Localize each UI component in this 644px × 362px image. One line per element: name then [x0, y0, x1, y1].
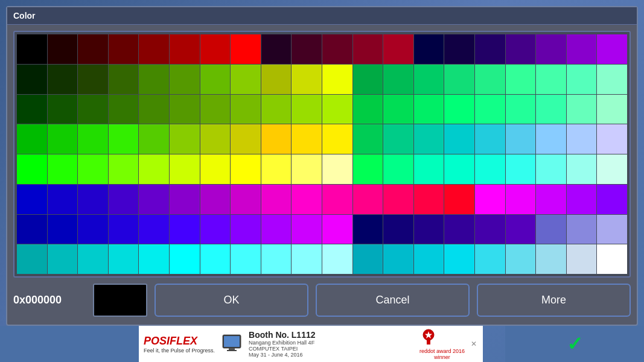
- color-cell[interactable]: [322, 244, 352, 274]
- color-cell[interactable]: [261, 65, 292, 94]
- color-cell[interactable]: [78, 154, 108, 184]
- color-cell[interactable]: [48, 154, 78, 184]
- color-cell[interactable]: [536, 124, 566, 154]
- color-cell[interactable]: [414, 95, 444, 124]
- color-cell[interactable]: [383, 215, 413, 244]
- color-cell[interactable]: [536, 65, 566, 94]
- color-cell[interactable]: [414, 215, 444, 244]
- color-cell[interactable]: [597, 185, 627, 214]
- color-cell[interactable]: [48, 95, 78, 124]
- color-cell[interactable]: [78, 185, 108, 214]
- color-cell[interactable]: [139, 65, 169, 94]
- color-cell[interactable]: [292, 154, 322, 184]
- color-cell[interactable]: [567, 185, 597, 214]
- color-cell[interactable]: [109, 244, 139, 274]
- color-cell[interactable]: [353, 215, 383, 244]
- color-cell[interactable]: [170, 215, 200, 244]
- color-cell[interactable]: [109, 34, 139, 64]
- color-cell[interactable]: [322, 215, 352, 244]
- color-cell[interactable]: [139, 215, 169, 244]
- color-cell[interactable]: [383, 65, 413, 94]
- color-cell[interactable]: [353, 65, 383, 94]
- color-cell[interactable]: [322, 124, 352, 154]
- color-cell[interactable]: [78, 124, 108, 154]
- color-cell[interactable]: [170, 34, 200, 64]
- color-cell[interactable]: [200, 215, 231, 244]
- color-cell[interactable]: [444, 154, 474, 184]
- ad-close-button[interactable]: ✕: [470, 338, 478, 349]
- color-cell[interactable]: [17, 185, 47, 214]
- color-cell[interactable]: [109, 65, 139, 94]
- color-cell[interactable]: [170, 65, 200, 94]
- color-cell[interactable]: [475, 185, 505, 214]
- color-cell[interactable]: [353, 244, 383, 274]
- color-cell[interactable]: [261, 124, 292, 154]
- color-cell[interactable]: [261, 215, 292, 244]
- color-cell[interactable]: [567, 65, 597, 94]
- color-cell[interactable]: [597, 124, 627, 154]
- color-cell[interactable]: [597, 154, 627, 184]
- color-cell[interactable]: [597, 215, 627, 244]
- color-cell[interactable]: [506, 185, 536, 214]
- color-cell[interactable]: [200, 154, 231, 184]
- color-cell[interactable]: [414, 154, 444, 184]
- color-cell[interactable]: [444, 124, 474, 154]
- color-cell[interactable]: [200, 65, 231, 94]
- color-cell[interactable]: [506, 244, 536, 274]
- color-cell[interactable]: [261, 95, 292, 124]
- color-cell[interactable]: [78, 34, 108, 64]
- color-cell[interactable]: [139, 154, 169, 184]
- color-cell[interactable]: [536, 95, 566, 124]
- color-cell[interactable]: [322, 95, 352, 124]
- color-cell[interactable]: [322, 65, 352, 94]
- color-cell[interactable]: [506, 154, 536, 184]
- color-cell[interactable]: [567, 95, 597, 124]
- color-cell[interactable]: [444, 185, 474, 214]
- color-cell[interactable]: [567, 124, 597, 154]
- color-cell[interactable]: [322, 34, 352, 64]
- color-cell[interactable]: [475, 244, 505, 274]
- color-cell[interactable]: [170, 95, 200, 124]
- color-cell[interactable]: [536, 215, 566, 244]
- color-cell[interactable]: [597, 34, 627, 64]
- color-cell[interactable]: [78, 65, 108, 94]
- color-cell[interactable]: [414, 124, 444, 154]
- color-cell[interactable]: [475, 65, 505, 94]
- color-cell[interactable]: [567, 154, 597, 184]
- color-cell[interactable]: [444, 95, 474, 124]
- color-cell[interactable]: [506, 65, 536, 94]
- color-cell[interactable]: [231, 154, 261, 184]
- color-cell[interactable]: [383, 34, 413, 64]
- color-cell[interactable]: [231, 95, 261, 124]
- color-cell[interactable]: [17, 34, 47, 64]
- color-cell[interactable]: [200, 124, 231, 154]
- color-cell[interactable]: [414, 185, 444, 214]
- color-cell[interactable]: [200, 244, 231, 274]
- color-cell[interactable]: [200, 185, 231, 214]
- color-cell[interactable]: [383, 154, 413, 184]
- color-cell[interactable]: [17, 215, 47, 244]
- color-cell[interactable]: [322, 154, 352, 184]
- color-cell[interactable]: [567, 215, 597, 244]
- ok-button[interactable]: OK: [155, 284, 308, 317]
- color-cell[interactable]: [536, 154, 566, 184]
- color-cell[interactable]: [109, 215, 139, 244]
- color-cell[interactable]: [353, 95, 383, 124]
- color-cell[interactable]: [17, 95, 47, 124]
- color-cell[interactable]: [17, 244, 47, 274]
- color-cell[interactable]: [292, 124, 322, 154]
- color-cell[interactable]: [475, 154, 505, 184]
- color-cell[interactable]: [414, 65, 444, 94]
- color-cell[interactable]: [109, 124, 139, 154]
- color-cell[interactable]: [231, 244, 261, 274]
- color-cell[interactable]: [353, 154, 383, 184]
- color-cell[interactable]: [536, 185, 566, 214]
- color-cell[interactable]: [170, 124, 200, 154]
- color-cell[interactable]: [475, 34, 505, 64]
- color-cell[interactable]: [261, 34, 292, 64]
- color-cell[interactable]: [353, 34, 383, 64]
- color-cell[interactable]: [414, 244, 444, 274]
- color-cell[interactable]: [170, 154, 200, 184]
- color-cell[interactable]: [139, 185, 169, 214]
- color-cell[interactable]: [200, 95, 231, 124]
